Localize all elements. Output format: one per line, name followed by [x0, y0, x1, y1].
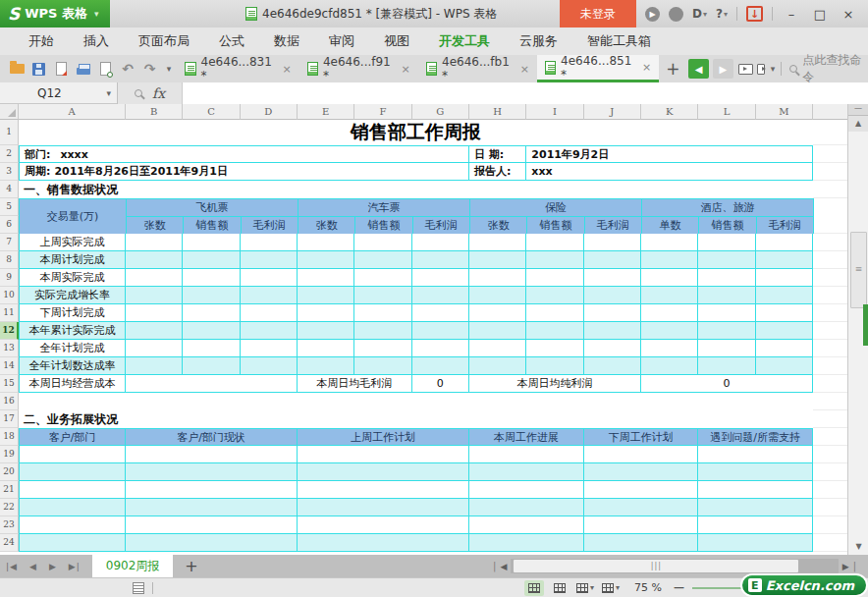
first-sheet-icon[interactable]: |◀ [0, 562, 24, 571]
cell[interactable] [298, 446, 469, 463]
close-tab-icon[interactable]: × [282, 63, 291, 76]
header-group-hotel[interactable]: 酒店、旅游 [642, 199, 814, 217]
new-doc-tab-button[interactable]: + [659, 59, 686, 79]
cell[interactable] [354, 340, 411, 357]
login-button[interactable]: 未登录 [560, 0, 636, 27]
cell[interactable] [756, 322, 813, 340]
download-icon[interactable]: ↓ [746, 6, 763, 22]
cell[interactable] [526, 340, 583, 357]
cell-department[interactable]: 部门: xxxx [19, 145, 469, 163]
doc-tab-2[interactable]: 4e646...f91 * × [299, 55, 418, 82]
cell[interactable] [126, 340, 183, 357]
minimize-button[interactable]: – [782, 7, 801, 22]
reading-mode-button[interactable]: ▾ [601, 580, 621, 596]
redo-icon[interactable]: ↷ [138, 58, 161, 80]
col-header[interactable]: J [584, 104, 641, 120]
cell[interactable] [584, 446, 699, 463]
split-handle[interactable]: — [848, 104, 868, 116]
grid-filler[interactable] [813, 251, 847, 269]
next-sheet-icon[interactable]: ▶ [43, 562, 63, 571]
menu-developer-tools[interactable]: 开发工具 [424, 27, 505, 55]
cell[interactable] [241, 304, 298, 322]
row-header[interactable]: 23 [0, 516, 19, 534]
cell[interactable] [126, 375, 298, 393]
cell[interactable] [412, 251, 469, 269]
cell[interactable] [412, 322, 469, 340]
row-header[interactable]: 21 [0, 481, 19, 499]
cell[interactable] [126, 481, 298, 499]
menu-page-layout[interactable]: 页面布局 [124, 27, 204, 55]
grid-filler[interactable] [813, 534, 847, 552]
page-layout-view-button[interactable]: ▾ [575, 580, 595, 596]
row-header[interactable]: 15 [0, 375, 19, 393]
cell[interactable] [584, 234, 641, 251]
grid-filler[interactable] [813, 463, 847, 481]
cell[interactable] [698, 251, 755, 269]
header-group-bus[interactable]: 汽车票 [298, 199, 470, 217]
horizontal-scroll-thumb[interactable]: ||| [514, 560, 798, 572]
header-sub[interactable]: 单数 [642, 217, 699, 235]
section2-heading[interactable]: 二、业务拓展状况 [19, 410, 813, 428]
cell[interactable] [698, 481, 813, 499]
row-header[interactable]: 20 [0, 463, 19, 481]
col-header[interactable]: L [698, 104, 755, 120]
cell[interactable] [584, 304, 641, 322]
cell[interactable] [298, 234, 354, 251]
cell[interactable] [126, 357, 183, 375]
cell[interactable] [641, 322, 698, 340]
row-label[interactable]: 下周计划完成 [19, 304, 126, 322]
horizontal-scroll-track[interactable]: ||| [511, 559, 838, 573]
header-sub[interactable]: 毛利润 [413, 217, 470, 235]
cell[interactable] [641, 269, 698, 287]
cell[interactable] [698, 234, 755, 251]
scroll-left-icon[interactable]: ◀ [500, 562, 507, 571]
grid-filler[interactable] [813, 145, 847, 163]
header-cell[interactable]: 下周工作计划 [584, 428, 699, 446]
undo-icon[interactable]: ↶ [117, 58, 139, 80]
cell[interactable] [756, 234, 813, 251]
grid-filler[interactable] [813, 393, 847, 410]
cell-reporter-value[interactable]: xxx [526, 163, 813, 181]
feedback-icon[interactable]: ▶ [645, 7, 660, 22]
maximize-button[interactable]: □ [810, 7, 830, 22]
col-header[interactable]: D [241, 104, 298, 120]
cell[interactable] [298, 534, 469, 552]
cell[interactable] [698, 322, 755, 340]
zoom-level[interactable]: 75 % [634, 581, 662, 594]
row-header-selected[interactable]: 12 [0, 322, 19, 340]
cell[interactable] [183, 304, 240, 322]
last-sheet-icon[interactable]: ▶| [63, 562, 86, 571]
cell[interactable] [756, 304, 813, 322]
cell[interactable] [354, 357, 411, 375]
row-header[interactable]: 19 [0, 446, 19, 463]
cell[interactable] [584, 481, 699, 499]
cell[interactable] [298, 340, 354, 357]
window-arrange-icon[interactable]: ▾ [757, 58, 781, 80]
cell[interactable] [412, 287, 469, 304]
cell[interactable] [756, 251, 813, 269]
cell[interactable] [298, 304, 354, 322]
menu-smart-toolbox[interactable]: 智能工具箱 [572, 27, 666, 55]
cell[interactable] [126, 287, 183, 304]
cell-daily-net-value[interactable]: 0 [641, 375, 813, 393]
cell[interactable] [641, 234, 698, 251]
cell[interactable] [756, 357, 813, 375]
header-group-flights[interactable]: 飞机票 [127, 199, 298, 217]
row-label[interactable]: 上周实际完成 [19, 234, 126, 251]
menu-view[interactable]: 视图 [369, 27, 424, 55]
cell[interactable] [698, 516, 813, 534]
cell[interactable] [19, 516, 126, 534]
col-header[interactable]: A [19, 104, 126, 120]
page-break-view-button[interactable] [550, 580, 570, 596]
col-header[interactable]: G [412, 104, 469, 120]
col-header[interactable]: I [526, 104, 583, 120]
cell[interactable] [19, 499, 126, 516]
col-header[interactable]: K [641, 104, 698, 120]
grid-filler[interactable] [813, 120, 847, 145]
doc-tab-3[interactable]: 4e646...fb1 * × [418, 55, 537, 82]
close-tab-icon[interactable]: × [402, 63, 410, 76]
vertical-scroll-thumb[interactable]: ≡ [850, 232, 867, 308]
scroll-up-icon[interactable]: ▲ [848, 116, 868, 132]
row-header[interactable]: 24 [0, 534, 19, 552]
cell[interactable] [126, 446, 298, 463]
